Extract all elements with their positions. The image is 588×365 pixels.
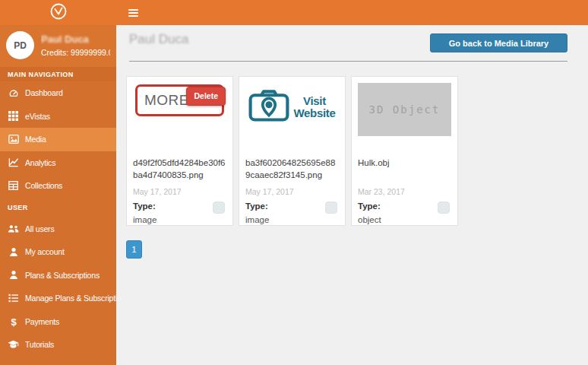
topbar [116,0,588,25]
avatar: PD [6,31,34,59]
media-thumbnail[interactable]: Visit Website [245,83,339,156]
sidebar-item-manage-plans-subscriptions[interactable]: Manage Plans & Subscriptions [0,287,116,310]
media-card: 3D Object Hulk.obj Mar 23, 2017 Type: ob… [351,76,458,226]
media-filename: ba3f602064825695e889caaec82f3145.png [245,157,339,181]
media-filename: d49f2f05dfd4284be30f6ba4d7400835.png [133,157,226,181]
type-value: image [245,215,339,224]
media-card: Visit Website ba3f602064825695e889caaec8… [239,76,346,226]
sidebar-item-label: Tutorials [25,340,54,349]
dollar-icon: $ [8,316,19,327]
page-1-button[interactable]: 1 [126,240,142,259]
media-date: Mar 23, 2017 [358,187,451,196]
nav-section-header-main: MAIN NAVIGATION [0,67,116,81]
type-label: Type: [133,202,156,211]
camera-pin-icon [248,89,289,125]
media-date: May 17, 2017 [245,187,339,196]
sidebar-item-label: Plans & Subscriptions [25,271,100,280]
list-icon [8,294,19,303]
analytics-icon [8,157,19,167]
sidebar-item-label: Analytics [25,158,55,167]
type-value: image [133,215,226,224]
sidebar-item-label: My account [25,247,65,256]
sidebar-item-label: Collections [25,181,62,190]
sidebar-item-collections[interactable]: Collections [0,174,116,198]
sidebar-user-credits: Credits: 99999999.00 [41,48,110,57]
object-placeholder: 3D Object [358,83,451,136]
media-cards-row: MORE I Delete d49f2f05dfd4284be30f6ba4d7… [126,76,588,226]
svg-text:$: $ [11,316,17,327]
select-checkbox[interactable] [213,202,225,214]
sidebar-item-media[interactable]: Media [0,128,116,151]
user-icon [8,247,19,257]
media-date: May 17, 2017 [133,187,226,196]
visit-website-image: Visit Website [293,95,335,119]
collections-icon [8,181,19,190]
type-label: Type: [245,202,268,211]
delete-button[interactable]: Delete [186,87,226,106]
sidebar-item-my-account[interactable]: My account [0,240,116,264]
grid-icon [8,111,19,121]
select-checkbox[interactable] [438,202,450,214]
sidebar-item-evistas[interactable]: eVistas [0,105,116,129]
sidebar-item-plans-subscriptions[interactable]: Plans & Subscriptions [0,264,116,287]
sidebar-item-label: Manage Plans & Subscriptions [25,294,116,303]
sidebar-item-label: Payments [25,317,59,326]
sidebar-item-tutorials[interactable]: Tutorials [0,333,116,357]
dashboard-icon [8,88,19,98]
image-icon [8,135,19,144]
sidebar-item-label: eVistas [25,112,50,121]
sidebar-item-label: Media [25,135,46,144]
sidebar-item-label: Dashboard [25,88,63,97]
media-filename: Hulk.obj [358,157,451,181]
app-window: PD Paul Duca Credits: 99999999.00 MAIN N… [0,0,588,365]
user-plan-icon [8,270,19,280]
go-back-media-library-button[interactable]: Go back to Media Library [430,33,567,52]
type-label: Type: [358,202,381,211]
sidebar-item-label: All users [25,224,54,233]
sidebar-item-dashboard[interactable]: Dashboard [0,81,116,105]
graduation-cap-icon [8,340,19,349]
logo-link[interactable] [0,0,116,25]
select-checkbox[interactable] [325,202,337,214]
users-icon [8,224,19,233]
sidebar-item-payments[interactable]: $ Payments [0,310,116,334]
header-divider [129,61,567,62]
brand-circle-check-logo-icon [49,2,68,24]
sidebar-item-analytics[interactable]: Analytics [0,151,116,175]
sidebar-toggle-button[interactable] [122,0,144,25]
sidebar: PD Paul Duca Credits: 99999999.00 MAIN N… [0,0,116,365]
media-card: MORE I Delete d49f2f05dfd4284be30f6ba4d7… [126,76,233,226]
sidebar-item-all-users[interactable]: All users [0,217,116,241]
content-header: Paul Duca Go back to Media Library [116,25,588,61]
nav-section-header-user: USER [0,198,116,217]
sidebar-user-name: Paul Duca [41,33,110,46]
content-area: Paul Duca Go back to Media Library MORE … [116,25,588,365]
media-thumbnail[interactable]: 3D Object [358,83,451,156]
user-panel: PD Paul Duca Credits: 99999999.00 [0,25,116,67]
type-value: object [358,215,451,224]
pagination: 1 [126,240,588,259]
